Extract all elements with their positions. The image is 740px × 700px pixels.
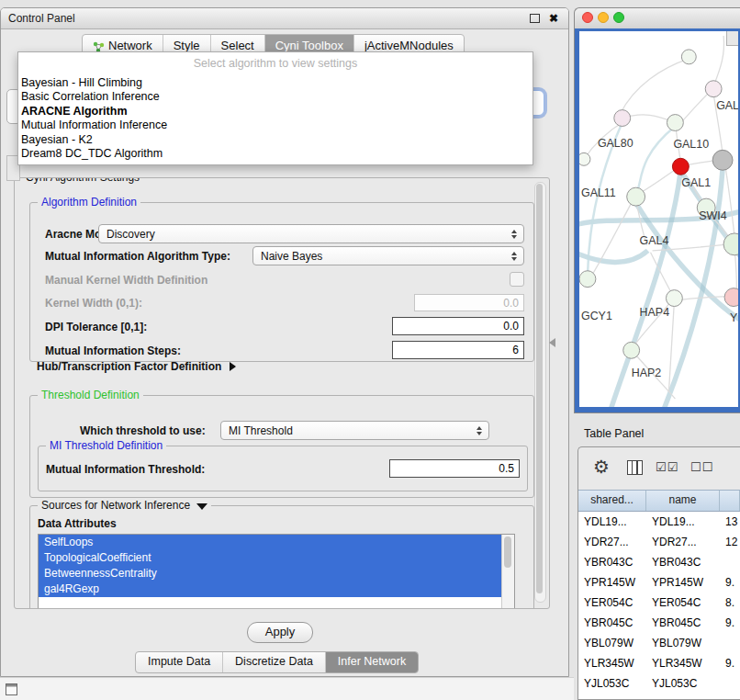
- column-header-shared-name[interactable]: shared...: [578, 491, 646, 511]
- table-cell: YJL053C: [646, 673, 720, 694]
- network-view-window: GAL80GAL10GALGAL11GAL1SWI4GAL4GCY1HAP4HA…: [574, 7, 740, 413]
- network-node[interactable]: [623, 342, 640, 358]
- network-edge[interactable]: [713, 36, 723, 86]
- table-row[interactable]: YBR045CYBR045C9.: [578, 613, 740, 633]
- column-header-extra[interactable]: [720, 491, 740, 511]
- table-cell: YDR27...: [578, 532, 646, 552]
- table-cell: 9.: [720, 653, 740, 673]
- network-edge[interactable]: [636, 126, 676, 192]
- popup-placeholder[interactable]: Select algorithm to view settings: [18, 52, 533, 76]
- attribute-list-item[interactable]: TopologicalCoefficient: [39, 550, 514, 566]
- network-edge[interactable]: [621, 59, 690, 114]
- column-chooser-icon[interactable]: [627, 460, 643, 475]
- algorithm-option[interactable]: Dream8 DC_TDC Algorithm: [18, 147, 533, 161]
- table-row[interactable]: YDL19...YDL19...13: [578, 512, 740, 532]
- algorithm-option[interactable]: Mutual Information Inference: [18, 119, 533, 132]
- apply-button[interactable]: Apply: [247, 622, 313, 643]
- network-window-titlebar[interactable]: [575, 8, 740, 29]
- hub-definition-toggle[interactable]: Hub/Transcription Factor Definition: [37, 360, 236, 373]
- node-label: Y: [730, 311, 738, 324]
- attribute-list-item[interactable]: SelfLoops: [39, 535, 514, 550]
- mi-algorithm-type-select[interactable]: Naive Bayes: [252, 246, 524, 265]
- algorithm-option[interactable]: Bayesian - Hill Climbing: [18, 76, 533, 90]
- table-cell: YBR045C: [578, 613, 646, 633]
- network-edge[interactable]: [725, 166, 734, 237]
- close-window-icon[interactable]: ✖: [549, 12, 558, 25]
- mi-steps-field[interactable]: 6: [392, 341, 524, 359]
- table-cell: YPR145W: [578, 572, 646, 593]
- minimize-traffic-light[interactable]: [598, 12, 609, 23]
- table-row[interactable]: YJL053CYJL053C: [578, 673, 740, 694]
- tab-infer-network[interactable]: Infer Network: [325, 652, 418, 672]
- attribute-list-scrollbar[interactable]: [501, 535, 514, 609]
- network-node[interactable]: [579, 152, 590, 165]
- data-attributes-list[interactable]: SelfLoopsTopologicalCoefficientBetweenne…: [38, 534, 515, 609]
- node-label: GCY1: [581, 310, 612, 322]
- column-header-name[interactable]: name: [646, 491, 720, 511]
- table-cell: YDR27...: [646, 532, 720, 552]
- table-cell: 9.: [720, 613, 740, 633]
- close-traffic-light[interactable]: [582, 12, 593, 23]
- aracne-mode-value: Discovery: [107, 228, 155, 241]
- table-row[interactable]: YBR043CYBR043C: [578, 552, 740, 572]
- control-panel-titlebar[interactable]: Control Panel ✖: [1, 8, 568, 29]
- gear-icon[interactable]: ⚙: [593, 457, 610, 476]
- tab-discretize-data[interactable]: Discretize Data: [222, 652, 325, 672]
- dpi-tolerance-field[interactable]: 0.0: [392, 317, 524, 335]
- table-cell: YJL053C: [578, 673, 646, 694]
- table-row[interactable]: YPR145WYPR145W9.: [578, 572, 740, 593]
- network-node[interactable]: [666, 290, 682, 307]
- algorithm-definition-title: Algorithm Definition: [38, 196, 140, 209]
- network-tab-icon: [93, 40, 105, 51]
- network-node[interactable]: [672, 158, 689, 175]
- panel-collapse-arrow-icon[interactable]: [549, 338, 555, 347]
- aracne-mode-select[interactable]: Discovery: [98, 224, 524, 243]
- which-threshold-select[interactable]: MI Threshold: [220, 421, 489, 440]
- algorithm-option[interactable]: Bayesian - K2: [18, 133, 533, 147]
- network-node[interactable]: [705, 81, 722, 97]
- attribute-list-item[interactable]: gal4RGexp: [39, 581, 514, 597]
- algorithm-option[interactable]: ARACNE Algorithm: [18, 105, 533, 119]
- kernel-width-field[interactable]: 0.0: [414, 294, 524, 311]
- control-panel-window: Control Panel ✖ Network Style: [0, 7, 569, 677]
- algorithm-dropdown-popup: Select algorithm to view settings Bayesi…: [17, 51, 533, 165]
- algorithm-options-list: Bayesian - Hill ClimbingBasic Correlatio…: [18, 76, 533, 161]
- zoom-traffic-light[interactable]: [613, 12, 624, 23]
- manual-kernel-checkbox[interactable]: [510, 272, 524, 287]
- mi-threshold-label: Mutual Information Threshold:: [46, 463, 205, 476]
- sources-group: Sources for Network Inference Data Attri…: [29, 505, 534, 609]
- settings-scrollbar[interactable]: [534, 182, 546, 603]
- table-row[interactable]: YBL079WYBL079W: [578, 633, 740, 653]
- network-node[interactable]: [627, 187, 645, 206]
- minimized-panel-icon[interactable]: [6, 683, 17, 695]
- mi-threshold-field[interactable]: 0.5: [389, 459, 520, 478]
- network-node[interactable]: [667, 115, 683, 131]
- select-all-checkboxes-icon[interactable]: ☑☑: [656, 460, 678, 474]
- canvas-scrollbar-corner[interactable]: [726, 31, 738, 46]
- node-label: GAL11: [581, 186, 616, 199]
- float-window-icon[interactable]: [530, 14, 540, 23]
- table-panel-title: Table Panel: [584, 427, 644, 440]
- algorithm-option[interactable]: Basic Correlation Inference: [18, 90, 533, 104]
- sources-group-title[interactable]: Sources for Network Inference: [38, 499, 211, 512]
- sources-title-text: Sources for Network Inference: [41, 499, 190, 512]
- table-cell: 8.: [720, 593, 740, 613]
- network-node[interactable]: [724, 288, 738, 307]
- table-cell: YPR145W: [646, 572, 720, 593]
- table-cell: [720, 552, 740, 572]
- network-edge[interactable]: [642, 168, 678, 192]
- network-node[interactable]: [579, 271, 596, 288]
- network-node[interactable]: [681, 50, 696, 64]
- attribute-list-item[interactable]: BetweennessCentrality: [39, 566, 514, 581]
- table-row[interactable]: YER054CYER054C8.: [578, 593, 740, 613]
- network-edge[interactable]: [590, 201, 633, 278]
- table-cell: YBL079W: [578, 633, 646, 653]
- network-node[interactable]: [614, 110, 631, 127]
- tab-impute-data[interactable]: Impute Data: [136, 652, 222, 672]
- network-canvas[interactable]: GAL80GAL10GALGAL11GAL1SWI4GAL4GCY1HAP4HA…: [579, 31, 738, 407]
- table-row[interactable]: YDR27...YDR27...12: [578, 532, 740, 552]
- clear-checkboxes-icon[interactable]: ☐☐: [690, 460, 713, 474]
- table-cell: YDL19...: [646, 512, 720, 532]
- table-row[interactable]: YLR345WYLR345W9.: [578, 653, 740, 673]
- network-node[interactable]: [712, 150, 733, 170]
